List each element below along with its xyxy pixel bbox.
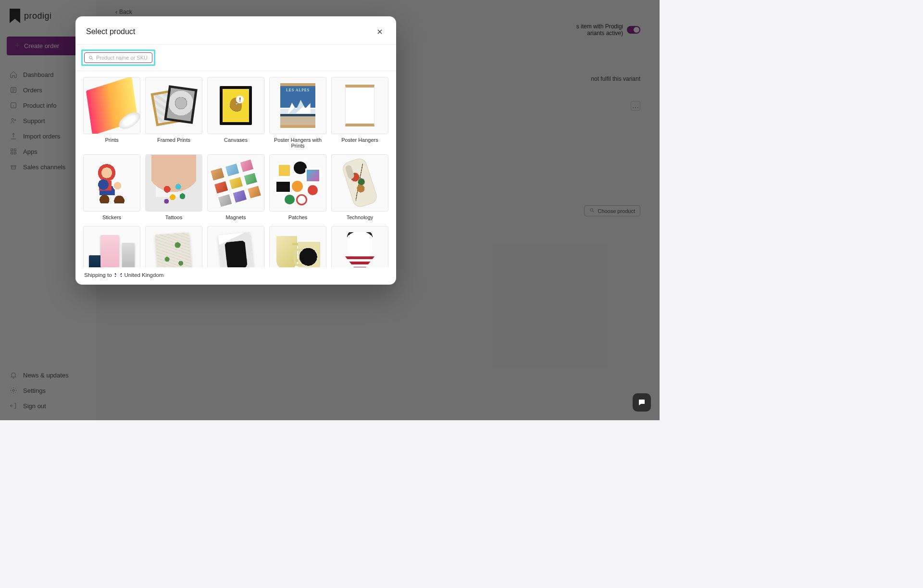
chat-icon xyxy=(637,398,646,407)
search-input[interactable] xyxy=(96,55,148,61)
modal-footer: Shipping to United Kingdom xyxy=(75,267,396,285)
category-card-patches[interactable]: Patches xyxy=(269,154,326,221)
category-image xyxy=(269,154,326,212)
search-highlight xyxy=(81,50,155,66)
category-label: Poster Hangers xyxy=(331,134,388,144)
category-label: Framed Prints xyxy=(145,134,202,144)
category-image xyxy=(207,154,264,212)
category-image xyxy=(207,77,264,134)
svg-point-10 xyxy=(89,56,92,59)
category-card-framed-prints[interactable]: Framed Prints xyxy=(145,77,202,150)
select-product-modal: Select product Prints Framed Prints Canv… xyxy=(75,16,396,285)
modal-title: Select product xyxy=(86,27,135,36)
category-image xyxy=(83,77,140,134)
category-card-magnets[interactable]: Magnets xyxy=(207,154,264,221)
category-card-stickers[interactable]: Stickers xyxy=(83,154,140,221)
category-label: Magnets xyxy=(207,212,264,221)
modal-body[interactable]: Prints Framed Prints Canvases Poster Han… xyxy=(75,71,396,267)
category-label: Technology xyxy=(331,212,388,221)
category-label: Stickers xyxy=(83,212,140,221)
category-card-poster-hangers-prints[interactable]: Poster Hangers with Prints xyxy=(269,77,326,150)
close-icon xyxy=(376,28,384,36)
category-card-prints[interactable]: Prints xyxy=(83,77,140,150)
category-image xyxy=(145,77,202,134)
category-card-poster-hangers[interactable]: Poster Hangers xyxy=(331,77,388,150)
category-card-gallery-boards[interactable]: Gallery Boards xyxy=(83,226,140,267)
category-label: Canvases xyxy=(207,134,264,144)
category-image xyxy=(331,154,388,212)
category-image xyxy=(145,154,202,212)
shipping-country[interactable]: United Kingdom xyxy=(125,272,164,278)
flag-uk-icon xyxy=(115,273,122,277)
category-image xyxy=(83,154,140,212)
category-label: Tattoos xyxy=(145,212,202,221)
category-label: Prints xyxy=(83,134,140,144)
category-card-home-living[interactable]: Home & Living xyxy=(269,226,326,267)
category-image xyxy=(269,77,326,134)
category-image xyxy=(207,226,264,267)
category-card-panels[interactable]: Panels xyxy=(145,226,202,267)
category-card-canvases[interactable]: Canvases xyxy=(207,77,264,150)
category-label: Patches xyxy=(269,212,326,221)
search-icon xyxy=(88,55,94,61)
search-field-wrapper[interactable] xyxy=(84,52,152,63)
category-card-tattoos[interactable]: Tattoos xyxy=(145,154,202,221)
category-card-pets[interactable]: Pets xyxy=(331,226,388,267)
category-card-metal[interactable]: Metal xyxy=(207,226,264,267)
category-image xyxy=(331,226,388,267)
chat-widget-button[interactable] xyxy=(633,393,651,412)
search-row xyxy=(75,44,396,71)
modal-header: Select product xyxy=(75,16,396,44)
category-image xyxy=(83,226,140,267)
category-image xyxy=(331,77,388,134)
category-image xyxy=(145,226,202,267)
category-image xyxy=(269,226,326,267)
shipping-prefix: Shipping to xyxy=(84,272,112,278)
category-grid: Prints Framed Prints Canvases Poster Han… xyxy=(83,77,388,267)
category-card-technology[interactable]: Technology xyxy=(331,154,388,221)
category-label: Poster Hangers with Prints xyxy=(269,134,326,150)
close-button[interactable] xyxy=(374,26,386,38)
